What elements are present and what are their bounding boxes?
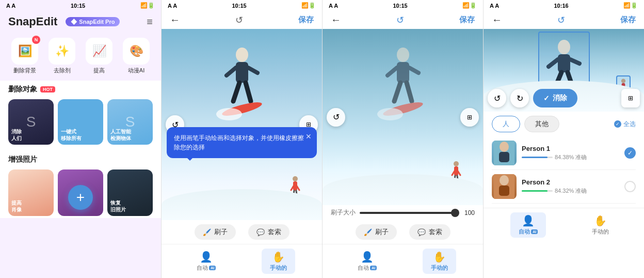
svg-point-46 (500, 175, 509, 186)
tab-manual-3[interactable]: ✋ 手动的 (423, 249, 456, 274)
canvas-compare-btn-3[interactable]: ⊞ (460, 108, 479, 127)
back-button-2[interactable]: ← (170, 14, 180, 26)
undo-button-3[interactable]: ↺ (396, 14, 404, 26)
tool-icon-remove-bg: 🖼️ N (11, 38, 38, 65)
brush-slider[interactable] (360, 212, 455, 214)
brush-button-3[interactable]: 🖌️ 刷子 (356, 224, 397, 240)
tab-auto-label-3: 自动 (358, 264, 369, 272)
remove-people-icon: S (26, 114, 36, 130)
save-button-4[interactable]: 保存 (620, 15, 636, 25)
snow-terrain-2 (162, 189, 322, 220)
confidence-bar-1 (522, 157, 548, 158)
detect-object-card[interactable]: S 人工智能检测物体 (107, 99, 153, 145)
tool-remover[interactable]: ✨ 去除剂 (45, 38, 78, 74)
person-check-2[interactable] (624, 181, 636, 192)
restore-photo-card[interactable]: 恢复旧照片 (107, 169, 153, 216)
save-button-3[interactable]: 保存 (459, 15, 475, 25)
remove-all-card[interactable]: 一键式移除所有 (58, 99, 103, 145)
tab-auto-4[interactable]: 👤 自动 AI (510, 212, 546, 238)
back-button-3[interactable]: ← (331, 14, 341, 26)
person-item-2[interactable]: Person 2 84.32% 准确 (492, 170, 636, 204)
canvas-compare-btn-4[interactable]: ⊞ (621, 89, 640, 107)
tab-people[interactable]: 人 (492, 116, 520, 132)
remove-all-label: 一键式移除所有 (61, 128, 82, 142)
confidence-bar-2 (522, 190, 548, 192)
lasso-button-3[interactable]: 💬 套索 (409, 224, 450, 240)
tab-manual-2[interactable]: ✋ 手动的 (262, 249, 295, 274)
tool-enhance[interactable]: 📈 提高 (83, 38, 116, 74)
tool-icon-enhance: 📈 (86, 38, 112, 65)
person-info-1: Person 1 84.38% 准确 (522, 145, 619, 161)
status-time-4: 10:16 (554, 3, 569, 9)
enhance-portrait-card[interactable]: 提高肖像 (8, 169, 54, 216)
confidence-bar-wrap-2 (522, 190, 553, 192)
tool-label-remover: 去除剂 (54, 67, 71, 74)
bottom-tabs-2: 👤 自动 AI ✋ 手动的 (162, 244, 322, 278)
confidence-text-2: 84.32% 准确 (555, 187, 587, 195)
tab-auto-2[interactable]: 👤 自动 AI (188, 249, 224, 274)
status-left-3: A A (329, 3, 338, 9)
slider-thumb[interactable] (451, 209, 459, 217)
tab-manual-4[interactable]: ✋ 手动的 (584, 212, 617, 238)
lasso-label-2: 套索 (268, 227, 281, 237)
delete-button-4[interactable]: ✓ 消除 (533, 89, 577, 107)
menu-icon[interactable]: ≡ (147, 16, 153, 28)
bottom-toolbar-3: 🖌️ 刷子 💬 套索 (323, 220, 483, 244)
svg-line-30 (549, 59, 558, 67)
person-thumb-img-2 (492, 174, 517, 199)
lasso-icon-3: 💬 (417, 228, 426, 236)
confidence-text-1: 84.38% 准确 (555, 153, 587, 161)
enhance-portrait-label: 提高肖像 (11, 199, 22, 213)
tab-manual-label-4: 手动的 (592, 228, 609, 236)
tab-manual-icon-4: ✋ (594, 214, 607, 227)
tool-remove-bg[interactable]: 🖼️ N 删除背景 (8, 38, 41, 74)
undo-button-2[interactable]: ↺ (235, 14, 243, 26)
tooltip-close-icon[interactable]: ✕ (305, 131, 312, 142)
status-right-3: 📶🔋 (462, 2, 477, 9)
editor-canvas-4: ↺ ↻ ✓ 消除 ⊞ (484, 29, 644, 112)
brush-icon-3: 🖌️ (364, 228, 372, 236)
person-item-1[interactable]: Person 1 84.38% 准确 ✓ (492, 136, 636, 170)
svg-point-43 (500, 142, 509, 152)
people-panel: 人 其他 ✓ 全选 (484, 112, 644, 208)
person-check-1[interactable]: ✓ (624, 147, 636, 159)
pro-badge[interactable]: SnapEdit Pro (66, 17, 120, 26)
back-button-4[interactable]: ← (492, 14, 502, 26)
svg-line-16 (388, 68, 397, 75)
brush-label-3: 刷子 (375, 227, 389, 237)
tool-anime[interactable]: 🎨 动漫AI (120, 38, 153, 74)
select-all-btn[interactable]: ✓ 全选 (614, 120, 636, 129)
tab-manual-label-3: 手动的 (431, 264, 448, 272)
svg-point-21 (377, 108, 403, 120)
undo-button-4[interactable]: ↺ (557, 14, 565, 26)
remove-people-label: 消除人们 (11, 128, 22, 142)
svg-line-4 (233, 83, 239, 101)
lasso-button-2[interactable]: 💬 套索 (248, 224, 289, 240)
tool-icon-anime: 🎨 (123, 38, 150, 65)
svg-line-17 (409, 68, 418, 73)
tab-other[interactable]: 其他 (524, 116, 559, 132)
canvas-undo-btn-3[interactable]: ↺ (327, 108, 345, 127)
person-name-1: Person 1 (522, 145, 619, 152)
save-button-2[interactable]: 保存 (298, 15, 314, 25)
editor-canvas-2: 使用画笔手动绘画和选择对象，并使用橡皮擦擦除您的选择 ✕ ↺ ⊞ (162, 29, 322, 220)
slider-fill (360, 212, 455, 214)
bottom-toolbar-2: 🖌️ 刷子 💬 套索 (162, 220, 322, 244)
person-thumb-2 (492, 174, 517, 199)
canvas-redo-btn-4[interactable]: ↻ (510, 89, 529, 107)
fab-button[interactable]: + (68, 185, 93, 210)
status-bar-2: A A 10:15 📶🔋 (162, 0, 322, 11)
editor-canvas-3: ↺ ⊞ (323, 29, 483, 205)
canvas-action-buttons-4: ↺ ↻ ✓ 消除 (488, 89, 577, 107)
brush-button-2[interactable]: 🖌️ 刷子 (195, 224, 236, 240)
tooltip-bubble: 使用画笔手动绘画和选择对象，并使用橡皮擦擦除您的选择 ✕ (167, 127, 317, 158)
enhance-section-title: 增强照片 (0, 151, 161, 167)
brush-icon-2: 🖌️ (203, 228, 211, 236)
person-thumb-img-1 (492, 141, 517, 165)
canvas-undo-btn-4[interactable]: ↺ (488, 89, 506, 107)
remove-people-card[interactable]: S 消除人们 (8, 99, 54, 145)
check-icon-1: ✓ (627, 149, 633, 157)
svg-line-18 (394, 83, 400, 101)
svg-line-3 (248, 68, 257, 73)
tab-auto-3[interactable]: 👤 自动 AI (349, 249, 385, 274)
